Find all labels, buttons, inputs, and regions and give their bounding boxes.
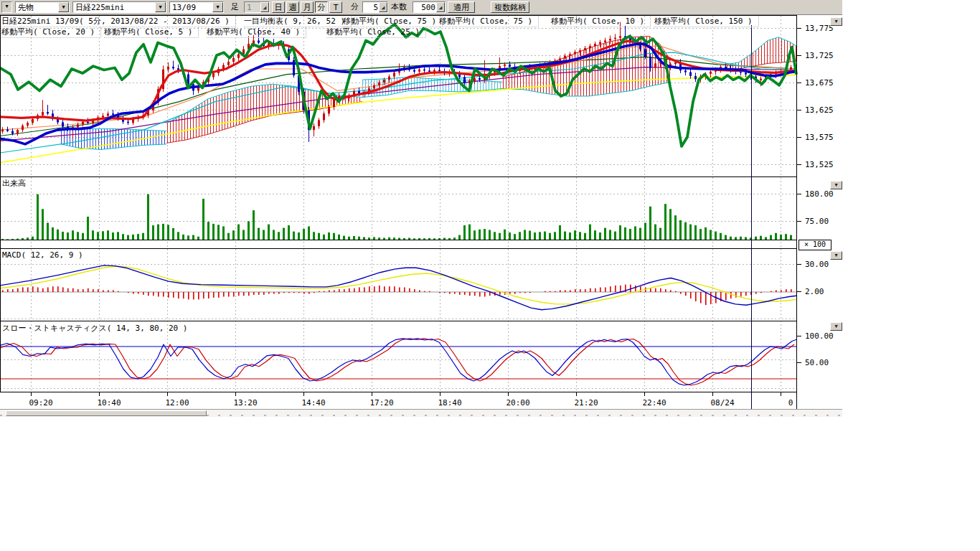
svg-text:09:20: 09:20 xyxy=(29,398,52,408)
svg-text:18:40: 18:40 xyxy=(438,398,461,408)
minute-stepper[interactable]: 5 ◢ xyxy=(362,1,388,13)
bar-count-stepper[interactable]: 500 ◢ xyxy=(413,1,446,13)
svg-text:30.00: 30.00 xyxy=(805,260,829,269)
category-select[interactable]: 先物 ▼ xyxy=(15,1,70,13)
svg-text:75.00: 75.00 xyxy=(805,217,829,226)
legend-ma5: 移動平均( Close, 5 ) xyxy=(104,27,199,38)
toolbar: ▼ 先物 ▼ 日経225mini ▼ 13/09 ▼ 足 1 ◢ 日 週 月 分… xyxy=(0,0,842,15)
legend-ma40: 移動平均( Close, 40 ) xyxy=(207,27,306,38)
macd-panel-collapse-button[interactable]: ▼ xyxy=(830,251,842,260)
svg-text:13,625: 13,625 xyxy=(805,105,834,115)
svg-text:13:20: 13:20 xyxy=(233,398,257,408)
svg-text:14:40: 14:40 xyxy=(301,398,325,408)
legend-ma75-a: 移動平均( Close, 75 ) xyxy=(343,17,443,27)
bar-count-value: 500 xyxy=(419,2,436,12)
volume-multiplier-badge: × 100 xyxy=(798,240,831,250)
symbol-select[interactable]: 日経225mini ▼ xyxy=(72,1,166,13)
chevron-down-icon[interactable]: ▼ xyxy=(58,2,69,12)
svg-text:180.00: 180.00 xyxy=(805,189,834,199)
spinner-icon[interactable]: ◢ xyxy=(436,2,445,12)
bar-type-label: 足 xyxy=(231,1,239,13)
interval-stepper: 1 ◢ xyxy=(244,1,270,13)
svg-text:17:20: 17:20 xyxy=(369,398,393,408)
horizontal-scrollbar[interactable] xyxy=(0,409,842,417)
svg-text:21:20: 21:20 xyxy=(574,398,598,408)
chart-canvas: 13,77513,72513,67513,62513,57513,525180.… xyxy=(0,0,861,430)
svg-text:0: 0 xyxy=(788,398,793,408)
period-month-button[interactable]: 月 xyxy=(301,1,314,13)
volume-panel-collapse-button[interactable]: ▼ xyxy=(830,181,842,189)
svg-text:50.00: 50.00 xyxy=(805,358,829,367)
interval-value: 1 xyxy=(245,2,253,12)
minute-unit-label: 分 xyxy=(351,1,359,13)
scrollbar-thumb[interactable] xyxy=(6,410,207,416)
apply-button[interactable]: 適用 xyxy=(448,1,475,13)
spinner-icon: ◢ xyxy=(260,2,269,12)
svg-text:22:40: 22:40 xyxy=(642,398,666,408)
chevron-down-icon: ▼ xyxy=(2,2,11,12)
legend-ma75-b: 移動平均( Close, 75 ) xyxy=(439,17,539,27)
macd-panel-label: MACD( 12, 26, 9 ) xyxy=(2,251,83,260)
contract-month-value: 13/09 xyxy=(170,2,197,12)
svg-text:10:40: 10:40 xyxy=(97,398,121,408)
svg-text:13,775: 13,775 xyxy=(805,24,834,33)
legend-ma20: 移動平均( Close, 20 ) xyxy=(1,27,101,38)
svg-text:12:00: 12:00 xyxy=(165,398,189,408)
period-minute-button[interactable]: 分 xyxy=(315,1,328,13)
stoch-panel-collapse-button[interactable]: ▼ xyxy=(830,322,842,331)
svg-text:13,725: 13,725 xyxy=(805,51,834,60)
price-panel-collapse-button[interactable]: ▼ xyxy=(830,17,842,26)
stoch-panel-label: スロー・ストキャスティクス( 14, 3, 80, 20 ) xyxy=(2,324,187,333)
period-week-button[interactable]: 週 xyxy=(286,1,299,13)
period-tick-button[interactable]: T xyxy=(329,1,342,13)
legend-symbol: 日経225mini 13/09( 5分, 2013/08/22 - 2013/0… xyxy=(1,17,236,27)
nav-dropdown-button[interactable]: ▼ xyxy=(1,1,12,13)
bar-count-label: 本数 xyxy=(391,1,407,13)
chevron-down-icon[interactable]: ▼ xyxy=(212,2,223,12)
svg-text:13,525: 13,525 xyxy=(805,160,834,169)
legend-ma25: 移動平均( Close, 25 ) xyxy=(326,27,426,38)
svg-text:08/24: 08/24 xyxy=(710,398,734,408)
svg-text:20:00: 20:00 xyxy=(506,398,529,408)
legend-ma150: 移動平均( Close, 150 ) xyxy=(654,17,759,27)
chevron-down-icon[interactable]: ▼ xyxy=(155,2,166,12)
svg-text:13,575: 13,575 xyxy=(805,133,834,142)
spinner-icon[interactable]: ◢ xyxy=(379,2,387,12)
volume-panel-label: 出来高 xyxy=(2,179,26,188)
svg-text:13,675: 13,675 xyxy=(805,78,834,88)
multi-symbol-button[interactable]: 複数銘柄 xyxy=(491,1,529,13)
legend-ma10: 移動平均( Close, 10 ) xyxy=(551,17,651,27)
minute-value: 5 xyxy=(371,2,379,12)
chart-application-window: ▼ 先物 ▼ 日経225mini ▼ 13/09 ▼ 足 1 ◢ 日 週 月 分… xyxy=(0,0,980,551)
category-select-value: 先物 xyxy=(16,2,35,12)
legend-ichimoku: 一目均衡表( 9, 26, 52 ) xyxy=(244,17,352,27)
contract-month-select[interactable]: 13/09 ▼ xyxy=(169,1,224,13)
period-day-button[interactable]: 日 xyxy=(272,1,285,13)
symbol-select-value: 日経225mini xyxy=(73,2,126,12)
svg-text:100.00: 100.00 xyxy=(805,331,834,341)
svg-text:2.00: 2.00 xyxy=(805,287,824,296)
